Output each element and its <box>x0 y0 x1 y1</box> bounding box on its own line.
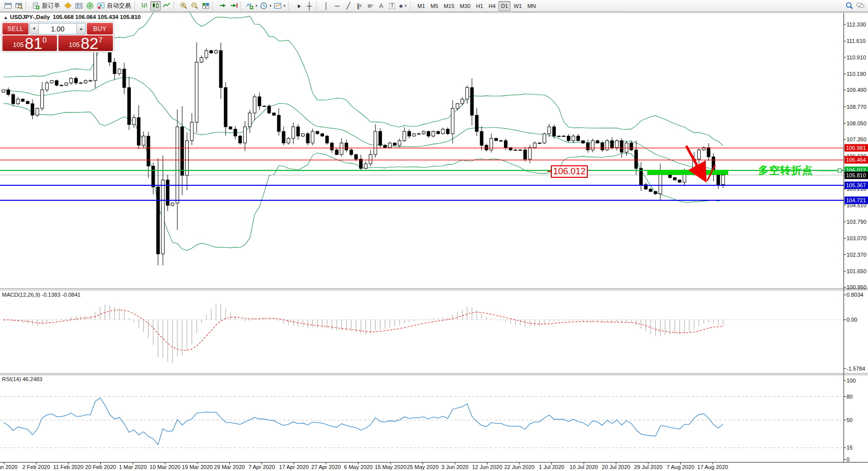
templates-icon[interactable]: ▼ <box>273 1 287 11</box>
timeframe-w1-button[interactable]: W1 <box>511 1 524 11</box>
collapse-icon[interactable]: ▲ <box>3 15 8 20</box>
macd-values: -0.1383 -0.0841 <box>41 292 80 298</box>
chart-title: ▲USDJPY-,Daily105.668 106.064 105.434 10… <box>3 14 141 20</box>
timeframe-h1-button[interactable]: H1 <box>473 1 485 11</box>
date-label: 25 May 2020 <box>407 464 439 470</box>
macd-axis-label: 0.00 <box>847 317 857 323</box>
date-label: 17 Aug 2020 <box>697 464 728 470</box>
vertical-line-tool-icon[interactable]: │ <box>321 1 332 11</box>
price-tick-label: 100.950 <box>847 284 867 290</box>
price-tick-label: 109.490 <box>847 87 867 93</box>
crosshair-icon[interactable]: ┼ <box>304 1 315 11</box>
date-label: 2 Feb 2020 <box>22 464 50 470</box>
price-level-annotation[interactable]: 106.012 <box>551 165 588 178</box>
ohlc-values: 105.668 106.064 105.434 105.810 <box>53 14 141 20</box>
sell-button[interactable]: SELL <box>2 23 28 34</box>
price-tick-label: 101.650 <box>847 268 867 274</box>
date-label: 10 Mar 2020 <box>150 464 181 470</box>
horizontal-line-tool-icon[interactable]: ─ <box>332 1 343 11</box>
symbol-period: USDJPY-,Daily <box>10 14 50 20</box>
price-badge-105.810: 105.810 <box>845 171 868 179</box>
chart-shift-icon[interactable] <box>228 1 239 11</box>
chat-icon[interactable] <box>855 1 866 11</box>
date-label: 22 Jun 2020 <box>504 464 535 470</box>
autotrading-label[interactable]: 自动交易 <box>106 1 133 10</box>
date-label: 17 Apr 2020 <box>279 464 309 470</box>
volume-increase-button[interactable]: ▲ <box>76 23 85 34</box>
toolbar-separator <box>134 2 137 10</box>
timeframe-m1-button[interactable]: M1 <box>415 1 428 11</box>
date-label: 6 May 2020 <box>344 464 373 470</box>
one-click-trading-panel: SELL ▼ 1.00 ▲ BUY 105810 105827 <box>1 21 114 52</box>
fibonacci-tool-icon[interactable]: ≡F <box>365 1 376 11</box>
timeframe-m15-button[interactable]: M15 <box>441 1 456 11</box>
toolbar-separator <box>212 2 215 10</box>
price-tick-label: 110.190 <box>847 71 866 77</box>
date-label: 29 Jul 2020 <box>634 464 663 470</box>
price-tick-label: 103.070 <box>847 235 867 241</box>
search-icon[interactable] <box>844 1 855 11</box>
cursor-icon[interactable]: ▲ <box>293 1 304 11</box>
price-tick-label: 112.330 <box>847 21 866 27</box>
toolbar-separator <box>173 2 176 10</box>
metaeditor-icon[interactable] <box>62 1 73 11</box>
rsi-axis-label: 80 <box>847 394 853 400</box>
timeframe-m30-button[interactable]: M30 <box>457 1 473 11</box>
buy-price-prefix: 105 <box>69 41 80 48</box>
bar-chart-icon[interactable] <box>139 1 150 11</box>
new-chart-icon[interactable] <box>2 1 13 11</box>
profiles-icon[interactable] <box>13 1 24 11</box>
trendline-tool-icon[interactable]: ╱ <box>343 1 354 11</box>
signals-icon[interactable] <box>84 1 95 11</box>
navigator-icon[interactable] <box>73 1 84 11</box>
buy-price-big: 82 <box>80 36 98 50</box>
rsi-axis-label: 15 <box>847 445 853 451</box>
buy-button[interactable]: BUY <box>87 23 113 34</box>
shapes-tool-icon[interactable]: ◆▼ <box>398 1 409 11</box>
macd-axis-label: 0.8034 <box>847 292 864 298</box>
date-label: 15 May 2020 <box>375 464 407 470</box>
new-order-icon[interactable] <box>30 1 41 11</box>
price-tick-label: 103.790 <box>847 219 867 225</box>
price-badge-105.367: 105.367 <box>845 182 868 189</box>
toolbar-separator <box>316 2 319 10</box>
line-chart-icon[interactable] <box>161 1 172 11</box>
volume-input[interactable]: 1.00 <box>39 23 76 34</box>
sell-price[interactable]: 105810 <box>2 35 57 51</box>
zoom-in-icon[interactable] <box>178 1 189 11</box>
rsi-name: RSI(14) <box>2 376 21 382</box>
volume-decrease-button[interactable]: ▼ <box>30 23 39 34</box>
chart-canvas[interactable] <box>0 0 868 471</box>
price-badge-104.721: 104.721 <box>845 196 868 204</box>
macd-label: MACD(12,26,9) -0.1383 -0.0841 <box>2 292 80 298</box>
toolbar-separator <box>410 2 413 10</box>
timeframe-d1-button[interactable]: D1 <box>498 1 510 11</box>
indicators-icon[interactable]: ▼ <box>245 1 259 11</box>
zoom-out-icon[interactable] <box>189 1 200 11</box>
text-tool-icon[interactable]: A <box>376 1 387 11</box>
date-label: 7 Apr 2020 <box>248 464 275 470</box>
rsi-label: RSI(14) 46.2483 <box>2 376 42 382</box>
timeframe-h4-button[interactable]: H4 <box>486 1 498 11</box>
new-order-label[interactable]: 新订单 <box>41 1 62 10</box>
date-label: 12 Jun 2020 <box>472 464 502 470</box>
sell-price-big: 81 <box>24 36 42 50</box>
date-label: 7 Aug 2020 <box>667 464 695 470</box>
auto-scroll-icon[interactable] <box>217 1 228 11</box>
turning-point-annotation[interactable]: 多空转折点 <box>758 163 813 177</box>
periods-icon[interactable]: ▼ <box>259 1 273 11</box>
autotrading-icon[interactable] <box>95 1 106 11</box>
candlestick-chart-icon[interactable] <box>150 1 161 11</box>
price-badge-106.981: 106.981 <box>845 144 868 152</box>
buy-price[interactable]: 105827 <box>58 35 113 51</box>
date-label: 3 Jan 2020 <box>0 464 17 470</box>
rsi-axis-label: 50 <box>847 417 853 423</box>
equidistant-channel-tool-icon[interactable]: ∥E <box>354 1 365 11</box>
timeframe-m5-button[interactable]: M5 <box>428 1 440 11</box>
price-tick-label: 102.370 <box>847 252 867 258</box>
timeframe-mn-button[interactable]: MN <box>525 1 538 11</box>
tile-windows-icon[interactable] <box>200 1 211 11</box>
date-label: 10 Jul 2020 <box>570 464 598 470</box>
label-tool-icon[interactable]: T <box>387 1 398 11</box>
toolbar-separator <box>240 2 243 10</box>
